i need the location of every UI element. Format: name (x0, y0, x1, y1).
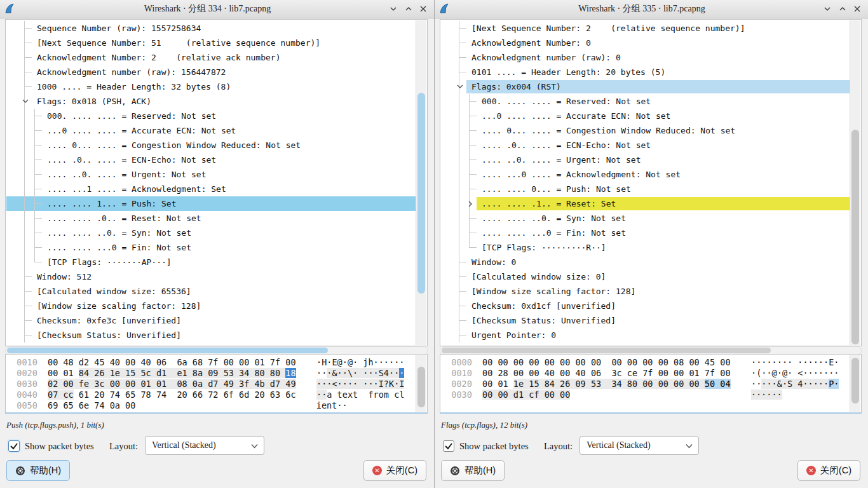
hex-ascii-char[interactable]: h (368, 357, 373, 367)
tree-row[interactable]: ...0 .... .... = Accurate ECN: Not set (6, 123, 416, 138)
hex-byte[interactable]: 00 (689, 379, 699, 389)
tree-row[interactable]: Flags: 0x018 (PSH, ACK) (6, 94, 416, 109)
hex-ascii-char[interactable]: · (787, 357, 792, 367)
tree-row[interactable]: .... .... ..0. = Syn: Not set (6, 226, 416, 240)
hex-ascii-char[interactable]: K (389, 379, 394, 389)
hex-byte[interactable]: 00 (110, 379, 120, 389)
hex-byte[interactable]: 00 (658, 357, 668, 367)
unshade-window-icon[interactable] (834, 0, 850, 18)
hex-ascii-char[interactable]: · (379, 357, 384, 367)
tree-row[interactable]: [Checksum Status: Unverified] (441, 313, 850, 328)
hex-byte[interactable]: 65 (125, 390, 135, 400)
hex-byte[interactable]: 00 (720, 368, 730, 378)
hex-byte[interactable]: 74 (156, 390, 166, 400)
hex-byte[interactable]: 00 (48, 357, 58, 367)
hex-ascii-char[interactable]: · (353, 379, 358, 389)
expander-closed-icon[interactable] (465, 196, 475, 211)
hex-byte[interactable]: 00 (498, 390, 508, 400)
hex-byte[interactable]: 08 (177, 379, 187, 389)
tree-row[interactable]: 000. .... .... = Reserved: Not set (6, 109, 416, 123)
hex-byte[interactable]: 72 (208, 390, 218, 400)
hex-byte[interactable]: 00 (482, 357, 492, 367)
hex-byte[interactable]: 15 (529, 379, 539, 389)
tree-row[interactable]: [Checksum Status: Unverified] (6, 328, 416, 342)
tree-row[interactable]: 0101 .... = Header Length: 20 bytes (5) (441, 65, 850, 79)
hex-byte[interactable]: 7f (642, 368, 653, 378)
hex-ascii-char[interactable]: · (803, 379, 808, 389)
hex-row[interactable]: 0020 00 01 1e 15 84 26 09 53 34 80 00 00… (441, 379, 850, 390)
hex-byte[interactable]: 40 (545, 368, 555, 378)
tree-row[interactable]: .... .0.. .... = ECN-Echo: Not set (441, 138, 850, 152)
tree-row[interactable]: [Window size scaling factor: 128] (441, 284, 850, 299)
tree-row[interactable]: .... .... 0... = Push: Not set (441, 182, 850, 196)
hex-byte[interactable]: 7f (208, 357, 218, 367)
hex-byte[interactable]: 61 (79, 390, 89, 400)
tree-row[interactable]: Acknowledgment Number: 0 (441, 36, 850, 50)
tree-row[interactable]: 000. .... .... = Reserved: Not set (441, 94, 850, 109)
hex-ascii-char[interactable]: · (772, 357, 777, 367)
hex-ascii-char[interactable]: · (751, 368, 756, 378)
hex-byte[interactable]: 6e (79, 400, 89, 410)
hex-byte[interactable]: 00 (658, 379, 668, 389)
tree-row[interactable]: Acknowledgment Number: 2 (relative ack n… (6, 50, 416, 65)
hex-byte[interactable]: 5c (140, 368, 151, 378)
hex-ascii-char[interactable]: · (316, 357, 322, 367)
hex-byte[interactable]: e1 (177, 368, 187, 378)
hex-ascii-char[interactable]: · (316, 379, 322, 389)
close-window-icon[interactable] (849, 0, 865, 18)
hex-byte[interactable]: 80 (627, 379, 637, 389)
hex-byte[interactable]: 00 (125, 379, 135, 389)
hex-byte[interactable]: 20 (94, 390, 104, 400)
hex-ascii-char[interactable]: · (818, 368, 824, 378)
tree-row[interactable]: [TCP Flags: ·········R··] (441, 240, 850, 255)
hex-ascii-char[interactable]: · (337, 368, 342, 378)
hex-ascii-char[interactable]: · (342, 368, 348, 378)
tree-row[interactable]: .... .... ..0. = Syn: Not set (441, 211, 850, 226)
hex-vertical-scrollbar[interactable] (416, 355, 426, 412)
hex-byte[interactable]: 00 (482, 390, 492, 400)
hex-ascii-char[interactable]: · (761, 390, 766, 400)
tree-row[interactable]: .... 0... .... = Congestion Window Reduc… (441, 123, 850, 138)
hex-row[interactable]: 0030 00 00 d1 cf 00 00 ······ (441, 390, 850, 400)
hex-byte[interactable]: 6f (224, 390, 234, 400)
hex-byte[interactable]: 00 (63, 379, 73, 389)
hex-byte[interactable]: 40 (110, 357, 120, 367)
hex-ascii-char[interactable]: · (834, 357, 839, 367)
hex-ascii-char[interactable]: · (316, 368, 322, 378)
hex-ascii-char[interactable]: i (316, 400, 322, 410)
hex-byte[interactable]: 00 (642, 379, 653, 389)
hex-ascii-char[interactable]: · (756, 390, 761, 400)
hex-ascii-char[interactable]: · (751, 357, 756, 367)
hex-ascii-char[interactable]: · (316, 390, 322, 400)
hex-ascii-char[interactable]: o (379, 390, 384, 400)
hex-ascii-char[interactable]: @ (782, 368, 787, 378)
show-packet-bytes-checkbox[interactable] (443, 440, 454, 452)
hex-byte[interactable]: 06 (156, 357, 166, 367)
hex-byte[interactable]: 6c (285, 390, 295, 400)
hex-ascii-char[interactable]: < (332, 379, 337, 389)
tree-row[interactable]: .... .... ...0 = Fin: Not set (441, 226, 850, 240)
hex-byte[interactable]: 00 (125, 357, 135, 367)
help-button[interactable]: 帮助(H) (441, 460, 505, 481)
hex-ascii-char[interactable]: t (337, 390, 342, 400)
hex-ascii-char[interactable]: · (399, 368, 404, 378)
hex-ascii-char[interactable]: r (374, 390, 379, 400)
hex-ascii-char[interactable]: · (808, 368, 813, 378)
hex-ascii-char[interactable]: · (834, 368, 839, 378)
hex-ascii-char[interactable]: · (808, 379, 813, 389)
hex-ascii-char[interactable]: m (384, 390, 389, 400)
hex-byte[interactable]: 00 (560, 390, 570, 400)
tree-row[interactable]: .... .0.. .... = ECN-Echo: Not set (6, 152, 416, 167)
hex-byte[interactable]: 00 (674, 379, 684, 389)
hex-byte[interactable]: 53 (224, 368, 234, 378)
hex-ascii-char[interactable]: · (782, 379, 787, 389)
titlebar[interactable]: Wireshark · 分组 335 · lib7.pcapng (435, 0, 868, 18)
shade-window-icon[interactable] (385, 0, 401, 18)
hex-byte[interactable]: 69 (48, 400, 58, 410)
hex-ascii-char[interactable]: f (368, 390, 373, 400)
hex-ascii-char[interactable]: · (389, 368, 394, 378)
hex-ascii-char[interactable]: · (337, 400, 342, 410)
hex-byte[interactable]: 01 (140, 379, 151, 389)
hex-byte[interactable]: 78 (140, 390, 151, 400)
hex-vertical-scrollbar[interactable] (850, 355, 860, 412)
